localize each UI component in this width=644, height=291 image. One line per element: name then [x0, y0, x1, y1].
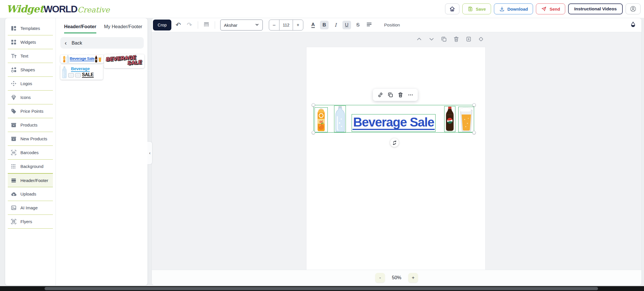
rotate-icon — [392, 140, 397, 145]
selected-banner-group[interactable]: Beverage Sale — [313, 105, 474, 133]
sidebar-item-background[interactable]: Background — [8, 160, 53, 173]
home-icon — [449, 6, 455, 12]
canvas-area[interactable]: Beverage Sale — [152, 32, 641, 270]
account-icon — [630, 5, 637, 12]
shapes-icon — [10, 67, 17, 73]
font-size-value[interactable]: 112 — [279, 20, 293, 30]
thumbnail-beverage-sale-3d[interactable]: BEVERAGE SALE — [104, 54, 144, 68]
italic-button[interactable]: I — [331, 21, 340, 29]
resize-handle-top-left[interactable] — [312, 103, 315, 107]
thumbnail-beverage-sale-banner[interactable]: Beverage Sale — [60, 55, 104, 63]
horizontal-scrollbar[interactable] — [0, 286, 644, 291]
back-label: Back — [72, 40, 82, 46]
link-button[interactable] — [377, 91, 384, 98]
chevron-left-icon: ‹ — [149, 151, 151, 155]
sidebar-item-products[interactable]: Products — [8, 118, 53, 132]
copy-icon — [387, 92, 394, 98]
design-page[interactable]: Beverage Sale — [306, 47, 485, 270]
banner-text-element[interactable]: Beverage Sale — [352, 114, 436, 132]
zoom-in-button[interactable]: + — [408, 273, 418, 283]
align-button[interactable] — [365, 21, 373, 29]
sidebar-item-uploads[interactable]: Uploads — [8, 187, 53, 201]
ice-thumb-line1: Beverage — [71, 67, 90, 72]
send-icon — [541, 6, 547, 12]
sidebar-item-logos[interactable]: Logos — [8, 77, 53, 91]
beer-glass-art — [459, 107, 474, 132]
tab-header-footer[interactable]: Header/Footer — [64, 24, 96, 33]
text-color-icon: A — [311, 22, 315, 28]
barcodes-icon — [10, 150, 17, 156]
underline-button[interactable]: U — [342, 21, 351, 29]
sidebar-item-templates[interactable]: Templates — [8, 22, 53, 35]
beer-glass-image[interactable] — [458, 107, 474, 132]
more-options-button[interactable] — [407, 91, 414, 98]
editor-toolbar: Crop ↶ ↷ Akshar – 112 + A B I U S — [152, 18, 641, 32]
copy-button[interactable] — [387, 91, 394, 98]
duplicate-button[interactable] — [440, 35, 448, 43]
zoom-out-button[interactable]: - — [375, 273, 385, 283]
sidebar-item-price-points[interactable]: Price Points — [8, 104, 53, 118]
align-left-icon — [366, 21, 372, 29]
sidebar-item-widgets[interactable]: Widgets — [8, 35, 53, 49]
instructional-videos-button[interactable]: Instructional Videos — [568, 3, 623, 14]
sidebar-item-barcodes[interactable]: Barcodes — [8, 146, 53, 160]
font-size-group: – 112 + — [269, 20, 303, 30]
save-button[interactable]: Save — [462, 3, 491, 14]
sidebar-nav: Templates Widgets Text Shapes Logos Icon… — [5, 18, 56, 285]
sidebar-item-icons[interactable]: Icons — [8, 91, 53, 104]
redo-button[interactable]: ↷ — [185, 21, 194, 29]
back-button[interactable]: ‹ Back — [60, 37, 144, 49]
tab-my-header-footer[interactable]: My Header/Footer — [104, 24, 142, 33]
move-layer-down-button[interactable] — [428, 35, 435, 43]
sidebar-item-ai-image[interactable]: AI Image — [8, 201, 53, 215]
add-icon — [465, 36, 472, 43]
font-family-select[interactable]: Akshar — [220, 20, 263, 30]
oj-carton-image[interactable] — [315, 107, 328, 132]
sidebar-item-text[interactable]: Text — [8, 49, 53, 63]
add-element-button[interactable] — [465, 35, 472, 43]
banner-text: Beverage Sale — [352, 116, 434, 130]
resize-handle-bottom-left[interactable] — [312, 131, 315, 134]
send-button[interactable]: Send — [536, 3, 565, 14]
horizontal-scrollbar-thumb[interactable] — [45, 287, 598, 290]
instructional-videos-label: Instructional Videos — [574, 6, 617, 12]
font-size-decrease-button[interactable]: – — [269, 20, 279, 30]
move-layer-up-button[interactable] — [415, 35, 423, 43]
bold-button[interactable]: B — [320, 21, 329, 29]
text-color-button[interactable]: A — [309, 21, 317, 29]
panel-collapse-handle[interactable]: ‹ — [147, 141, 152, 164]
shape-tool-button[interactable] — [477, 35, 485, 43]
resize-handle-bottom-right[interactable] — [472, 131, 476, 134]
font-size-increase-button[interactable]: + — [293, 20, 303, 30]
sidebar-item-flyers[interactable]: Flyers — [8, 215, 53, 229]
beer-glass-thumb — [98, 56, 102, 62]
position-button[interactable]: Position — [384, 22, 400, 28]
sidebar-item-label: Header/Footer — [20, 178, 48, 183]
thumbnail-beverage-sale-ice[interactable]: Beverage SALE — [60, 65, 103, 80]
ice-cube-icon — [68, 73, 74, 78]
resize-handle-top-right[interactable] — [472, 103, 476, 107]
sidebar-item-header-footer[interactable]: Header/Footer — [8, 173, 53, 187]
milk-bottle-image[interactable] — [334, 106, 346, 132]
delete-button[interactable] — [453, 35, 460, 43]
sidebar-item-new-products[interactable]: New Products — [8, 132, 53, 146]
account-button[interactable] — [626, 3, 641, 14]
border-style-button[interactable] — [202, 21, 211, 29]
sidebar-item-shapes[interactable]: Shapes — [8, 63, 53, 77]
undo-button[interactable]: ↶ — [174, 21, 183, 29]
download-button[interactable]: Download — [494, 3, 533, 14]
crop-button[interactable]: Crop — [153, 20, 171, 30]
uploads-icon — [10, 191, 17, 197]
sidebar-item-label: New Products — [20, 136, 47, 141]
download-label: Download — [507, 7, 528, 12]
delete-selection-button[interactable] — [397, 91, 404, 98]
new-products-icon — [10, 136, 17, 142]
ink-drop-icon — [630, 21, 636, 29]
home-button[interactable] — [445, 3, 459, 14]
rotate-handle[interactable] — [390, 138, 399, 147]
strikethrough-button[interactable]: S — [354, 21, 362, 29]
cola-bottle-image[interactable] — [444, 106, 455, 132]
save-label: Save — [476, 7, 486, 12]
3d-text: BEVERAGE SALE — [106, 55, 142, 67]
color-drop-button[interactable] — [629, 21, 637, 29]
